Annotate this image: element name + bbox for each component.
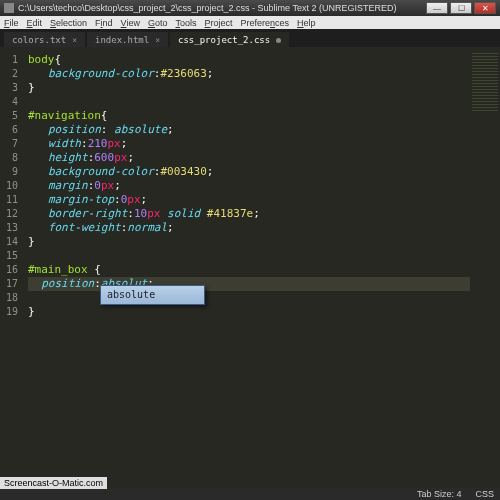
tab-colors[interactable]: colors.txt× — [4, 32, 85, 47]
minimize-button[interactable]: — — [426, 2, 448, 14]
menu-goto[interactable]: Goto — [148, 18, 168, 28]
code-area[interactable]: body{ background-color:#236063; } #navig… — [24, 47, 470, 488]
window-titlebar: C:\Users\techco\Desktop\css_project_2\cs… — [0, 0, 500, 16]
line-gutter: 12345678910111213141516171819 — [0, 47, 24, 488]
minimap[interactable] — [470, 47, 500, 488]
menu-preferences[interactable]: Preferences — [241, 18, 290, 28]
menu-view[interactable]: View — [121, 18, 140, 28]
menu-selection[interactable]: Selection — [50, 18, 87, 28]
menu-edit[interactable]: Edit — [27, 18, 43, 28]
autocomplete-item[interactable]: absolute — [107, 289, 155, 300]
menu-help[interactable]: Help — [297, 18, 316, 28]
status-bar: Tab Size: 4 CSS — [0, 488, 500, 500]
close-icon[interactable]: × — [72, 36, 77, 45]
tab-index[interactable]: index.html× — [87, 32, 168, 47]
autocomplete-popup[interactable]: absolute — [100, 285, 205, 305]
close-icon[interactable]: × — [155, 36, 160, 45]
tab-css-project[interactable]: css_project_2.css — [170, 32, 289, 47]
menu-project[interactable]: Project — [205, 18, 233, 28]
menu-find[interactable]: Find — [95, 18, 113, 28]
app-icon — [4, 3, 14, 13]
tab-label: css_project_2.css — [178, 35, 270, 45]
status-syntax[interactable]: CSS — [475, 489, 494, 499]
tab-bar: colors.txt× index.html× css_project_2.cs… — [0, 29, 500, 47]
menu-tools[interactable]: Tools — [176, 18, 197, 28]
dirty-icon — [276, 38, 281, 43]
maximize-button[interactable]: ☐ — [450, 2, 472, 14]
window-title: C:\Users\techco\Desktop\css_project_2\cs… — [18, 3, 426, 13]
menu-file[interactable]: FFileile — [4, 18, 19, 28]
editor: 12345678910111213141516171819 body{ back… — [0, 47, 500, 488]
close-button[interactable]: ✕ — [474, 2, 496, 14]
tab-label: colors.txt — [12, 35, 66, 45]
watermark: Screencast-O-Matic.com — [0, 477, 107, 489]
window-controls: — ☐ ✕ — [426, 2, 496, 14]
tab-label: index.html — [95, 35, 149, 45]
menu-bar: FFileile Edit Selection Find View Goto T… — [0, 16, 500, 29]
status-tabsize[interactable]: Tab Size: 4 — [417, 489, 462, 499]
